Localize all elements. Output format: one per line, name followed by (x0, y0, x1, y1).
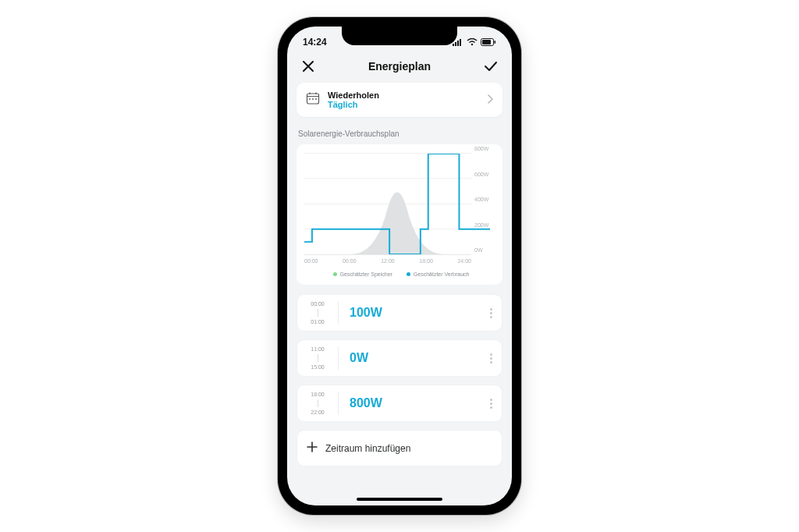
battery-icon (481, 38, 496, 46)
repeat-label: Wiederholen (328, 90, 479, 100)
legend-dot-icon (407, 272, 410, 276)
content: Wiederholen Täglich Solarenergie-Verbrau… (287, 83, 512, 505)
x-tick: 12:00 (381, 258, 395, 264)
close-icon (302, 60, 314, 73)
slot-power: 100W (348, 306, 481, 320)
svg-point-4 (471, 44, 473, 45)
y-axis: 0W 200W 400W 600W 800W (471, 154, 498, 255)
section-title: Solarenergie-Verbrauchsplan (298, 129, 501, 138)
notch (342, 27, 457, 45)
legend-consumption-label: Geschätzter Verbrauch (414, 271, 470, 277)
slot-more-button[interactable] (490, 353, 492, 364)
x-tick: 06:00 (343, 258, 357, 264)
svg-point-13 (312, 98, 314, 100)
add-timeslot-button[interactable]: Zeitraum hinzufügen (297, 430, 502, 466)
consumption-line (304, 154, 490, 254)
slot-end: 15:00 (311, 364, 325, 370)
y-tick: 400W (474, 197, 488, 202)
svg-rect-7 (495, 41, 496, 44)
svg-point-14 (315, 98, 317, 100)
confirm-button[interactable] (482, 58, 499, 75)
y-tick: 600W (474, 171, 488, 176)
y-tick: 0W (474, 247, 483, 253)
chart-area: 0W 200W 400W 600W 800W (304, 154, 498, 255)
slot-times: 18:00 22:00 (307, 392, 328, 415)
page-title: Energieplan (368, 60, 431, 73)
add-timeslot-label: Zeitraum hinzufügen (325, 443, 410, 454)
legend-storage: Geschätzter Speicher (333, 271, 392, 277)
slot-end: 22:00 (311, 410, 325, 415)
chart-legend: Geschätzter Speicher Geschätzter Verbrau… (304, 271, 498, 277)
slot-end: 01:00 (311, 319, 325, 325)
wifi-icon (467, 38, 478, 46)
svg-point-12 (309, 98, 311, 100)
time-slot[interactable]: 11:00 15:00 0W (297, 339, 502, 377)
x-tick: 24:00 (457, 258, 471, 264)
status-time: 14:24 (303, 37, 327, 48)
time-slot[interactable]: 00:00 01:00 100W (297, 294, 502, 332)
calendar-icon (306, 91, 320, 108)
phone-frame: 14:24 Energieplan (278, 17, 521, 515)
time-slot[interactable]: 18:00 22:00 800W (297, 385, 502, 422)
slot-times: 11:00 15:00 (307, 346, 328, 370)
status-right (453, 38, 496, 46)
slot-power: 800W (348, 396, 481, 410)
slot-more-button[interactable] (490, 308, 492, 318)
home-indicator[interactable] (357, 498, 442, 501)
chart-card: 0W 200W 400W 600W 800W 00:00 06:00 12:00… (297, 144, 502, 285)
header: Energieplan (287, 53, 512, 83)
slot-more-button[interactable] (490, 399, 492, 409)
x-axis: 00:00 06:00 12:00 18:00 24:00 (304, 255, 498, 264)
check-icon (484, 61, 498, 72)
slot-power: 0W (348, 351, 481, 365)
slot-times: 00:00 01:00 (307, 301, 328, 325)
svg-rect-1 (455, 42, 456, 46)
chevron-right-icon (487, 93, 493, 107)
x-tick: 00:00 (304, 258, 318, 264)
repeat-value: Täglich (328, 100, 479, 109)
time-slots: 00:00 01:00 100W 11:00 15:00 0W (297, 294, 502, 466)
legend-consumption: Geschätzter Verbrauch (407, 271, 470, 277)
screen: 14:24 Energieplan (287, 27, 512, 505)
repeat-card[interactable]: Wiederholen Täglich (297, 83, 502, 117)
svg-rect-0 (453, 44, 454, 46)
chart-plot (304, 154, 471, 255)
legend-storage-label: Geschätzter Speicher (340, 271, 392, 277)
svg-rect-6 (482, 40, 491, 44)
close-button[interactable] (300, 58, 317, 75)
legend-dot-icon (333, 272, 337, 276)
svg-rect-3 (460, 39, 461, 46)
svg-rect-2 (457, 41, 459, 46)
slot-start: 18:00 (311, 392, 325, 397)
y-tick: 200W (474, 222, 488, 227)
plus-icon (307, 442, 318, 455)
slot-start: 11:00 (311, 346, 325, 352)
slot-start: 00:00 (311, 301, 325, 307)
y-tick: 800W (474, 146, 488, 151)
x-tick: 18:00 (419, 258, 433, 264)
